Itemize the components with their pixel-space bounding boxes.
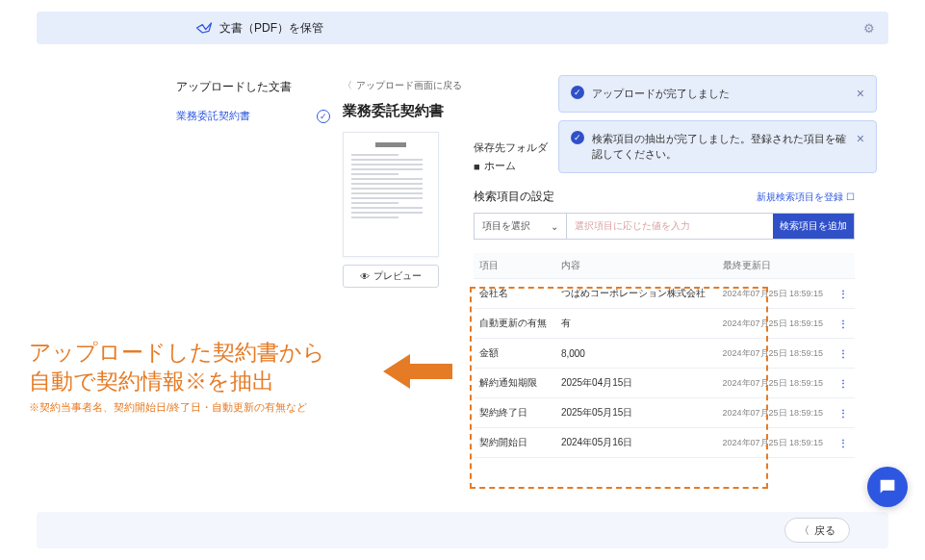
cell-updated: 2024年07月25日 18:59:15 [717, 369, 834, 398]
caption-line1a: アップロードした契約書から [29, 339, 443, 368]
table-row: 解約通知期限2025年04月15日2024年07月25日 18:59:15⋮ [474, 369, 855, 398]
cell-updated: 2024年07月25日 18:59:15 [717, 428, 834, 458]
page-title: 文書（PDF）を保管 [219, 20, 323, 37]
cell-updated: 2024年07月25日 18:59:15 [717, 398, 834, 428]
doc-title: 業務委託契約書 [343, 102, 473, 120]
footer: 〈 戻る [37, 512, 888, 548]
check-icon: ✓ [317, 110, 330, 123]
item-value-input[interactable]: 選択項目に応じた値を入力 [567, 214, 773, 239]
cell-updated: 2024年07月25日 18:59:15 [717, 279, 834, 309]
doc-list-item[interactable]: 業務委託契約書 ✓ [176, 105, 330, 127]
item-select-label: 項目を選択 [482, 219, 530, 233]
folder-value: ■ ホーム [474, 159, 855, 173]
add-item-button-label: 検索項目を追加 [780, 219, 847, 233]
col-name: 項目 [474, 253, 555, 279]
bird-logo-icon [194, 18, 214, 38]
main: アップロードした文書 業務委託契約書 ✓ 〈 アップロード画面に戻る 業務委託契… [37, 54, 888, 506]
doc-thumbnail[interactable] [343, 132, 439, 257]
row-menu-icon[interactable]: ⋮ [838, 438, 848, 448]
cell-value: 2025年04月15日 [555, 369, 717, 398]
cell-value: 8,000 [555, 339, 717, 369]
cell-name: 自動更新の有無 [474, 309, 555, 339]
col-updated: 最終更新日 [717, 253, 834, 279]
back-button[interactable]: 〈 戻る [784, 518, 850, 543]
topbar: 文書（PDF）を保管 ⚙ [37, 12, 888, 44]
table-row: 自動更新の有無有2024年07月25日 18:59:15⋮ [474, 309, 855, 339]
section-heading: 検索項目の設定 [474, 189, 554, 205]
item-input-placeholder: 選択項目に応じた値を入力 [575, 219, 690, 233]
chevron-left-icon: 〈 [799, 523, 809, 538]
register-link[interactable]: 新規検索項目を登録 ☐ [757, 191, 855, 204]
eye-icon: 👁 [360, 271, 370, 282]
chat-icon [877, 476, 898, 497]
row-menu-icon[interactable]: ⋮ [838, 378, 848, 389]
chevron-down-icon: ⌄ [551, 221, 558, 232]
cell-value: つばめコーポレーション株式会社 [555, 279, 717, 309]
row-menu-icon[interactable]: ⋮ [838, 289, 848, 299]
cell-value: 2024年05月16日 [555, 428, 717, 458]
external-link-icon: ☐ [846, 191, 855, 202]
chat-button[interactable] [867, 467, 908, 507]
items-table: 項目 内容 最終更新日 会社名つばめコーポレーション株式会社2024年07月25… [474, 253, 855, 458]
caption-line1b: 自動で契約情報※を抽出 [29, 368, 443, 396]
doc-list-heading: アップロードした文書 [176, 79, 330, 95]
table-row: 会社名つばめコーポレーション株式会社2024年07月25日 18:59:15⋮ [474, 279, 855, 309]
table-row: 契約開始日2024年05月16日2024年07月25日 18:59:15⋮ [474, 428, 855, 458]
folder-icon: ■ [474, 161, 480, 172]
table-row: 金額8,0002024年07月25日 18:59:15⋮ [474, 339, 855, 369]
preview-button[interactable]: 👁 プレビュー [343, 265, 439, 288]
chevron-left-icon: 〈 [343, 79, 352, 92]
back-link-label: アップロード画面に戻る [356, 79, 462, 92]
preview-button-label: プレビュー [373, 269, 422, 283]
cell-name: 金額 [474, 339, 555, 369]
cell-name: 契約開始日 [474, 428, 555, 458]
cell-name: 契約終了日 [474, 398, 555, 428]
back-to-upload-link[interactable]: 〈 アップロード画面に戻る [343, 79, 473, 92]
row-menu-icon[interactable]: ⋮ [838, 348, 848, 359]
col-value: 内容 [555, 253, 717, 279]
item-select[interactable]: 項目を選択 ⌄ [475, 214, 567, 239]
form-panel: 保存先フォルダ ■ ホーム 検索項目の設定 新規検索項目を登録 ☐ 項目を選択 … [474, 140, 855, 458]
add-item-button[interactable]: 検索項目を追加 [773, 214, 854, 239]
gear-icon[interactable]: ⚙ [863, 21, 875, 36]
back-button-label: 戻る [814, 523, 835, 538]
brand: 文書（PDF）を保管 [194, 18, 323, 38]
cell-name: 会社名 [474, 279, 555, 309]
doc-preview-panel: 〈 アップロード画面に戻る 業務委託契約書 👁 プレビュー [343, 79, 473, 288]
cell-updated: 2024年07月25日 18:59:15 [717, 339, 834, 369]
cell-value: 2025年05月15日 [555, 398, 717, 428]
doc-list: アップロードした文書 業務委託契約書 ✓ [176, 79, 330, 127]
caption: アップロードした契約書から 自動で契約情報※を抽出 ※契約当事者名、契約開始日/… [29, 339, 443, 415]
cell-updated: 2024年07月25日 18:59:15 [717, 309, 834, 339]
doc-list-item-label: 業務委託契約書 [176, 109, 250, 123]
row-menu-icon[interactable]: ⋮ [838, 408, 848, 419]
folder-label: 保存先フォルダ [474, 140, 855, 155]
row-menu-icon[interactable]: ⋮ [838, 318, 848, 329]
cell-value: 有 [555, 309, 717, 339]
add-item-row: 項目を選択 ⌄ 選択項目に応じた値を入力 検索項目を追加 [474, 213, 855, 240]
cell-name: 解約通知期限 [474, 369, 555, 398]
caption-line2: ※契約当事者名、契約開始日/終了日・自動更新の有無など [29, 400, 443, 415]
table-row: 契約終了日2025年05月15日2024年07月25日 18:59:15⋮ [474, 398, 855, 428]
